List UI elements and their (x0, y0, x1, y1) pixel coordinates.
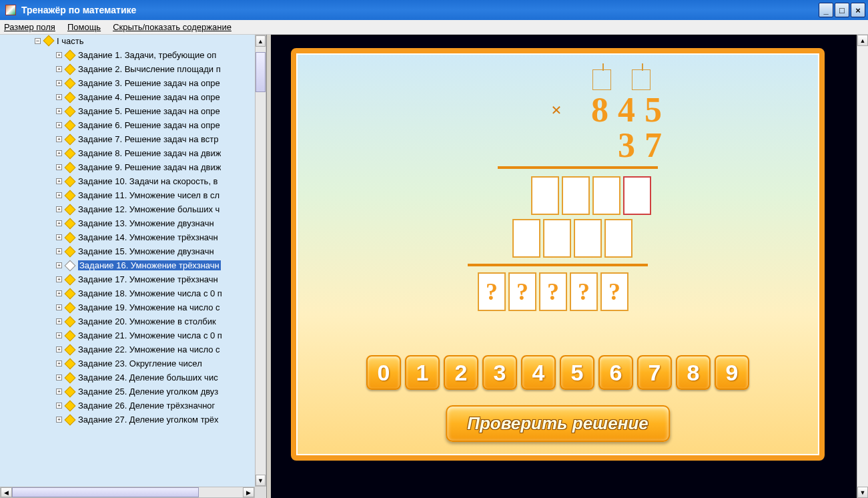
tree-item[interactable]: +Задание 6. Решение задач на опре (0, 118, 266, 132)
result-cell[interactable]: ? (570, 272, 598, 311)
expand-icon[interactable]: + (56, 262, 62, 268)
expand-icon[interactable]: + (56, 332, 62, 338)
menu-help[interactable]: Помощь (67, 22, 101, 32)
expand-icon[interactable]: + (56, 52, 62, 58)
expand-icon[interactable]: + (56, 66, 62, 72)
book-icon (65, 134, 76, 145)
tree-item[interactable]: +Задание 15. Умножение двузначн (0, 244, 266, 258)
tree-item[interactable]: +Задание 13. Умножение двузначн (0, 216, 266, 230)
answer-cell[interactable] (543, 219, 571, 258)
digit-button-8[interactable]: 8 (676, 355, 711, 390)
scroll-up-icon[interactable]: ▲ (256, 35, 266, 47)
expand-icon[interactable]: + (56, 234, 62, 240)
scroll-right-icon[interactable]: ▶ (243, 487, 254, 497)
expand-icon[interactable]: + (56, 164, 62, 170)
expand-icon[interactable]: + (56, 94, 62, 100)
answer-cell[interactable] (592, 176, 620, 215)
result-cell[interactable]: ? (478, 272, 506, 311)
digit-button-7[interactable]: 7 (637, 355, 672, 390)
digit-button-2[interactable]: 2 (444, 355, 478, 390)
expand-icon[interactable]: + (56, 276, 62, 282)
answer-cell[interactable] (574, 219, 602, 258)
expand-icon[interactable]: + (56, 318, 62, 324)
expand-icon[interactable]: + (56, 122, 62, 128)
scroll-up-icon[interactable]: ▲ (857, 35, 868, 46)
tree-item[interactable]: +Задание 27. Деление уголком трёх (0, 413, 266, 427)
maximize-button[interactable]: □ (835, 3, 849, 17)
minimize-button[interactable]: _ (819, 3, 833, 17)
expand-icon[interactable]: + (56, 220, 62, 226)
result-cell[interactable]: ? (539, 272, 567, 311)
expand-icon[interactable]: + (56, 192, 62, 198)
tree-item[interactable]: +Задание 26. Деление трёхзначног (0, 399, 266, 413)
tree-item[interactable]: +Задание 8. Решение задач на движ (0, 146, 266, 160)
check-button[interactable]: Проверить решение (446, 405, 670, 442)
tree-item[interactable]: +Задание 24. Деление больших чис (0, 370, 266, 385)
tree-item[interactable]: +Задание 1. Задачи, требующие оп (0, 48, 266, 62)
tree-item[interactable]: +Задание 25. Деление уголком двуз (0, 385, 266, 399)
expand-icon[interactable]: + (56, 80, 62, 86)
scroll-left-icon[interactable]: ◀ (1, 487, 12, 497)
tree-item[interactable]: +Задание 2. Вычисление площади п (0, 62, 266, 76)
expand-icon[interactable]: + (56, 375, 62, 381)
tree-item[interactable]: +Задание 7. Решение задач на встр (0, 132, 266, 146)
digit-button-5[interactable]: 5 (560, 355, 594, 390)
tree-horizontal-scrollbar[interactable]: ◀ ▶ (0, 487, 255, 498)
hscroll-thumb[interactable] (12, 487, 199, 497)
answer-cell[interactable] (512, 219, 540, 258)
digit-button-6[interactable]: 6 (598, 355, 633, 390)
expand-icon[interactable]: + (56, 389, 62, 395)
expand-icon[interactable]: + (56, 248, 62, 254)
expand-icon[interactable]: + (56, 346, 62, 352)
tree-item[interactable]: +Задание 20. Умножение в столбик (0, 314, 266, 328)
tree-item[interactable]: +Задание 21. Умножение числа с 0 п (0, 328, 266, 342)
digit-button-4[interactable]: 4 (521, 355, 556, 390)
menu-size[interactable]: Размер поля (4, 22, 55, 32)
digit-button-0[interactable]: 0 (366, 355, 401, 390)
answer-cell[interactable] (531, 176, 559, 215)
tree-item[interactable]: +Задание 4. Решение задач на опре (0, 90, 266, 104)
tree-item[interactable]: +Задание 11. Умножение чисел в сл (0, 188, 266, 202)
expand-icon[interactable]: + (56, 403, 62, 409)
tree-item[interactable]: +Задание 12. Умножение больших ч (0, 202, 266, 216)
scroll-down-icon[interactable]: ▼ (857, 487, 868, 498)
result-cell[interactable]: ? (600, 272, 628, 311)
digit-button-9[interactable]: 9 (715, 355, 749, 390)
result-cell[interactable]: ? (508, 272, 536, 311)
expand-icon[interactable]: + (56, 360, 62, 366)
expand-icon[interactable]: + (56, 108, 62, 114)
tree-root[interactable]: −I часть (0, 35, 266, 48)
expand-icon[interactable]: + (56, 290, 62, 296)
expand-icon[interactable]: + (56, 417, 62, 423)
scroll-thumb[interactable] (256, 52, 266, 92)
collapse-icon[interactable]: − (35, 38, 41, 44)
expand-icon[interactable]: + (56, 304, 62, 310)
tree-item[interactable]: +Задание 5. Решение задач на опре (0, 104, 266, 118)
expand-icon[interactable]: + (56, 150, 62, 156)
tree-item[interactable]: +Задание 16. Умножение трёхзначн (0, 258, 266, 272)
expand-icon[interactable]: + (56, 136, 62, 142)
answer-cell[interactable] (562, 176, 590, 215)
tree-item[interactable]: +Задание 18. Умножение числа с 0 п (0, 286, 266, 300)
carry-box[interactable] (592, 69, 611, 90)
tree-item[interactable]: +Задание 3. Решение задач на опре (0, 76, 266, 90)
expand-icon[interactable]: + (56, 206, 62, 212)
tree-item[interactable]: +Задание 14. Умножение трёхзначн (0, 230, 266, 244)
answer-cell-active[interactable] (623, 176, 651, 215)
carry-box[interactable] (632, 69, 650, 90)
answer-cell[interactable] (604, 219, 632, 258)
tree-vertical-scrollbar[interactable]: ▲ ▼ (255, 35, 266, 487)
tree-item[interactable]: +Задание 9. Решение задач на движ (0, 160, 266, 174)
close-button[interactable]: × (851, 3, 865, 17)
tree-item[interactable]: +Задание 23. Округление чисел (0, 356, 266, 370)
expand-icon[interactable]: + (56, 178, 62, 184)
tree-item[interactable]: +Задание 17. Умножение трёхзначн (0, 272, 266, 286)
tree-item[interactable]: +Задание 19. Умножение на число с (0, 300, 266, 314)
tree-item[interactable]: +Задание 22. Умножение на число с (0, 342, 266, 356)
menu-toggle[interactable]: Скрыть/показать содержание (113, 22, 232, 32)
scroll-down-icon[interactable]: ▼ (256, 475, 266, 486)
tree-item[interactable]: +Задание 10. Задачи на скорость, в (0, 174, 266, 188)
digit-button-3[interactable]: 3 (482, 355, 517, 390)
digit-button-1[interactable]: 1 (405, 355, 440, 390)
content-vertical-scrollbar[interactable]: ▲ ▼ (857, 35, 868, 498)
